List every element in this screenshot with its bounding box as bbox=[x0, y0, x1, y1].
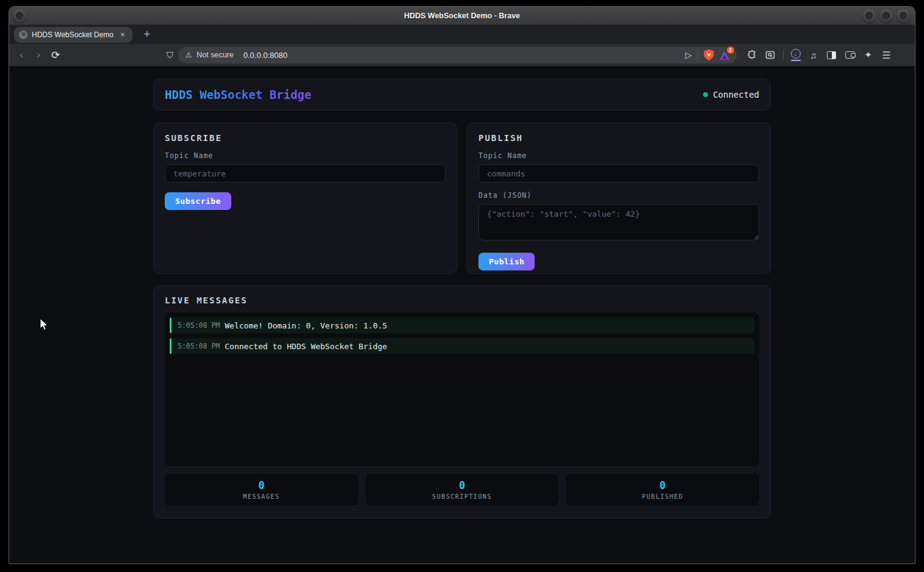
wallet-icon[interactable] bbox=[843, 48, 857, 62]
close-window-button[interactable] bbox=[897, 9, 910, 23]
bookmark-icon[interactable]: ⛉ bbox=[167, 50, 173, 60]
brave-shield-icon[interactable] bbox=[704, 49, 714, 60]
window-menu-button[interactable] bbox=[13, 9, 26, 23]
stat-subscriptions-value: 0 bbox=[459, 479, 465, 491]
mouse-cursor-icon bbox=[40, 318, 49, 331]
stat-messages-label: MESSAGES bbox=[243, 493, 280, 500]
stat-subscriptions-label: SUBSCRIPTIONS bbox=[432, 493, 492, 500]
stat-subscriptions: 0 SUBSCRIPTIONS bbox=[366, 474, 559, 505]
tab-favicon-globe-icon bbox=[19, 31, 27, 39]
subscribe-topic-label: Topic Name bbox=[165, 151, 446, 160]
tab-strip: HDDS WebSocket Demo × + bbox=[9, 25, 915, 44]
reload-icon[interactable]: ⟳ bbox=[48, 48, 63, 62]
subscribe-heading: SUBSCRIBE bbox=[165, 133, 446, 143]
page-title: HDDS WebSocket Bridge bbox=[165, 88, 311, 101]
publish-topic-label: Topic Name bbox=[478, 151, 759, 160]
message-log[interactable]: 5:05:08 PM Welcome! Domain: 0, Version: … bbox=[165, 313, 759, 466]
new-tab-button[interactable]: + bbox=[140, 27, 154, 42]
toolbar-divider bbox=[783, 50, 784, 60]
maximize-button[interactable] bbox=[879, 9, 893, 23]
live-messages-heading: LIVE MESSAGES bbox=[165, 295, 759, 305]
omnibox-divider bbox=[698, 50, 698, 60]
subscribe-button[interactable]: Subscribe bbox=[165, 192, 231, 210]
stat-messages-value: 0 bbox=[258, 479, 264, 491]
publish-data-textarea[interactable] bbox=[478, 204, 759, 241]
share-icon[interactable]: ▷ bbox=[685, 50, 692, 60]
publish-heading: PUBLISH bbox=[478, 133, 759, 143]
window-title: HDDS WebSocket Demo - Brave bbox=[9, 12, 915, 20]
page-header: HDDS WebSocket Bridge Connected bbox=[153, 79, 771, 110]
subscribe-topic-input[interactable] bbox=[165, 164, 446, 183]
stat-published-value: 0 bbox=[660, 479, 666, 491]
page-viewport: HDDS WebSocket Bridge Connected SUBSCRIB… bbox=[9, 67, 915, 564]
tab-hdds-websocket-demo[interactable]: HDDS WebSocket Demo × bbox=[14, 27, 132, 43]
message-text: Welcome! Domain: 0, Version: 1.0.5 bbox=[225, 321, 387, 330]
stat-published: 0 PUBLISHED bbox=[566, 474, 759, 505]
back-icon[interactable]: ‹ bbox=[14, 48, 29, 62]
brave-rewards-icon[interactable]: 2 bbox=[720, 49, 732, 60]
browser-window: HDDS WebSocket Demo - Brave HDDS WebSock… bbox=[9, 6, 915, 564]
sidebar-toggle-icon[interactable] bbox=[825, 48, 839, 62]
minimize-button[interactable] bbox=[862, 9, 876, 23]
leo-ai-sparkle-icon[interactable]: ✦ bbox=[862, 48, 875, 62]
publish-data-label: Data (JSON) bbox=[478, 191, 759, 200]
extensions-puzzle-icon[interactable] bbox=[745, 48, 759, 62]
message-text: Connected to HDDS WebSocket Bridge bbox=[225, 342, 387, 351]
message-timestamp: 5:05:08 PM bbox=[178, 321, 220, 330]
url-text[interactable]: 0.0.0.0:8080 bbox=[244, 51, 680, 60]
status-text: Connected bbox=[713, 90, 759, 100]
publish-panel: PUBLISH Topic Name Data (JSON) Publish bbox=[467, 123, 771, 274]
publish-button[interactable]: Publish bbox=[478, 253, 535, 270]
forward-icon[interactable]: › bbox=[31, 48, 46, 62]
tab-close-icon[interactable]: × bbox=[118, 30, 128, 40]
publish-topic-input[interactable] bbox=[478, 164, 759, 183]
live-messages-panel: LIVE MESSAGES 5:05:08 PM Welcome! Domain… bbox=[153, 285, 771, 518]
downloads-icon[interactable]: ↓ bbox=[790, 48, 802, 62]
stat-published-label: PUBLISHED bbox=[642, 493, 684, 500]
warning-icon: ⚠ bbox=[186, 51, 192, 59]
media-playback-icon[interactable]: ♫ bbox=[807, 48, 820, 62]
status-dot-icon bbox=[703, 92, 708, 97]
subscribe-panel: SUBSCRIBE Topic Name Subscribe bbox=[153, 123, 457, 274]
connection-status: Connected bbox=[703, 90, 759, 100]
menu-hamburger-icon[interactable]: ☰ bbox=[880, 48, 893, 62]
address-bar[interactable]: ⚠ Not secure 0.0.0.0:8080 ▷ 2 bbox=[178, 47, 737, 63]
stat-messages: 0 MESSAGES bbox=[165, 474, 358, 505]
tab-title: HDDS WebSocket Demo bbox=[32, 31, 114, 39]
message-timestamp: 5:05:08 PM bbox=[178, 342, 220, 350]
message-row: 5:05:08 PM Connected to HDDS WebSocket B… bbox=[170, 338, 754, 354]
stats-row: 0 MESSAGES 0 SUBSCRIPTIONS 0 PUBLISHED bbox=[165, 474, 759, 505]
nav-toolbar: ‹ › ⟳ ⛉ ⚠ Not secure 0.0.0.0:8080 ▷ 2 bbox=[9, 44, 915, 67]
search-panel-icon[interactable] bbox=[763, 48, 777, 62]
rewards-badge: 2 bbox=[727, 46, 734, 54]
security-label[interactable]: Not secure bbox=[197, 51, 233, 59]
titlebar: HDDS WebSocket Demo - Brave bbox=[9, 7, 915, 25]
message-row: 5:05:08 PM Welcome! Domain: 0, Version: … bbox=[170, 317, 754, 333]
